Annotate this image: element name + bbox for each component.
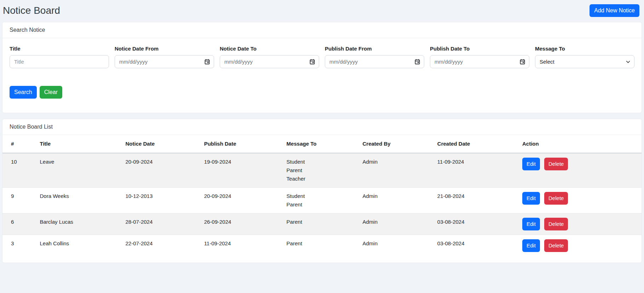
- calendar-icon[interactable]: [414, 59, 420, 65]
- cell-message-to: Parent: [284, 213, 360, 235]
- publish-date-from-label: Publish Date From: [325, 45, 424, 52]
- cell-notice-date: 28-07-2024: [123, 213, 201, 235]
- clear-button[interactable]: Clear: [40, 86, 62, 99]
- calendar-icon[interactable]: [204, 59, 210, 65]
- edit-button[interactable]: Edit: [522, 218, 540, 230]
- calendar-icon[interactable]: [519, 59, 525, 65]
- table-row: 6 Barclay Lucas 28-07-2024 26-09-2024 Pa…: [2, 213, 642, 235]
- field-publish-date-to: Publish Date To: [430, 45, 529, 68]
- notice-date-to-label: Notice Date To: [220, 45, 319, 52]
- cell-action: Edit Delete: [519, 213, 642, 235]
- table-row: 9 Dora Weeks 10-12-2013 20-09-2024 Stude…: [2, 188, 642, 213]
- cell-action: Edit Delete: [519, 188, 642, 213]
- publish-date-to-input[interactable]: [430, 55, 529, 68]
- cell-created-by: Admin: [360, 153, 435, 188]
- search-button[interactable]: Search: [10, 86, 37, 99]
- notice-date-to-input[interactable]: [220, 55, 319, 68]
- delete-button[interactable]: Delete: [544, 239, 568, 252]
- message-to-item: Student: [287, 192, 357, 200]
- page-header: Notice Board Add New Notice: [0, 0, 644, 22]
- cell-title: Leave: [37, 153, 123, 188]
- edit-button[interactable]: Edit: [522, 192, 540, 205]
- cell-notice-date: 10-12-2013: [123, 188, 201, 213]
- col-header-action: Action: [519, 135, 642, 153]
- table-row: 10 Leave 20-09-2024 19-09-2024 Student P…: [2, 153, 642, 188]
- cell-notice-date: 22-07-2024: [123, 235, 201, 257]
- field-notice-date-to: Notice Date To: [220, 45, 319, 68]
- search-actions: Search Clear: [10, 86, 634, 99]
- cell-created-by: Admin: [360, 188, 435, 213]
- cell-publish-date: 19-09-2024: [201, 153, 284, 188]
- publish-date-to-label: Publish Date To: [430, 45, 529, 52]
- notice-date-from-input[interactable]: [115, 55, 214, 68]
- cell-id: 9: [2, 188, 37, 213]
- cell-publish-date: 26-09-2024: [201, 213, 284, 235]
- calendar-icon[interactable]: [309, 59, 315, 65]
- publish-date-from-input[interactable]: [325, 55, 424, 68]
- cell-id: 10: [2, 153, 37, 188]
- notice-table: # Title Notice Date Publish Date Message…: [2, 135, 642, 256]
- table-row: 3 Leah Collins 22-07-2024 11-09-2024 Par…: [2, 235, 642, 257]
- col-header-notice-date: Notice Date: [123, 135, 201, 153]
- field-notice-date-from: Notice Date From: [115, 45, 214, 68]
- message-to-item: Parent: [287, 200, 357, 209]
- cell-created-date: 11-09-2024: [435, 153, 519, 188]
- cell-title: Dora Weeks: [37, 188, 123, 213]
- field-title: Title: [10, 45, 109, 68]
- card-bottom-spacer: [2, 256, 642, 263]
- cell-title: Barclay Lucas: [37, 213, 123, 235]
- col-header-created-by: Created By: [360, 135, 435, 153]
- field-publish-date-from: Publish Date From: [325, 45, 424, 68]
- message-to-item: Parent: [287, 166, 357, 175]
- delete-button[interactable]: Delete: [544, 158, 568, 170]
- title-input[interactable]: [10, 55, 109, 68]
- col-header-created-date: Created Date: [435, 135, 519, 153]
- list-card-header: Notice Board List: [2, 119, 642, 135]
- cell-publish-date: 11-09-2024: [201, 235, 284, 257]
- cell-id: 3: [2, 235, 37, 257]
- message-to-item: Parent: [287, 218, 357, 226]
- col-header-title: Title: [37, 135, 123, 153]
- search-card-body: Title Notice Date From Notice Date To: [2, 38, 642, 113]
- title-label: Title: [10, 45, 109, 52]
- message-to-select[interactable]: Select: [535, 55, 634, 68]
- edit-button[interactable]: Edit: [522, 239, 540, 252]
- cell-message-to: Student Parent: [284, 188, 360, 213]
- cell-title: Leah Collins: [37, 235, 123, 257]
- cell-created-date: 21-08-2024: [435, 188, 519, 213]
- cell-id: 6: [2, 213, 37, 235]
- delete-button[interactable]: Delete: [544, 218, 568, 230]
- col-header-id: #: [2, 135, 37, 153]
- notice-date-from-label: Notice Date From: [115, 45, 214, 52]
- cell-action: Edit Delete: [519, 235, 642, 257]
- notice-board-list-card: Notice Board List # Title Notice Date Pu…: [2, 119, 642, 263]
- message-to-item: Teacher: [287, 175, 357, 183]
- page-title: Notice Board: [3, 5, 60, 17]
- cell-message-to: Student Parent Teacher: [284, 153, 360, 188]
- cell-created-by: Admin: [360, 235, 435, 257]
- edit-button[interactable]: Edit: [522, 158, 540, 170]
- search-form: Title Notice Date From Notice Date To: [10, 45, 634, 68]
- col-header-message-to: Message To: [284, 135, 360, 153]
- add-new-notice-button[interactable]: Add New Notice: [590, 4, 639, 17]
- search-card-header: Search Notice: [2, 22, 642, 38]
- cell-message-to: Parent: [284, 235, 360, 257]
- search-notice-card: Search Notice Title Notice Date From: [2, 22, 642, 113]
- cell-action: Edit Delete: [519, 153, 642, 188]
- col-header-publish-date: Publish Date: [201, 135, 284, 153]
- delete-button[interactable]: Delete: [544, 192, 568, 205]
- cell-created-by: Admin: [360, 213, 435, 235]
- cell-created-date: 03-08-2024: [435, 235, 519, 257]
- field-message-to: Message To Select: [535, 45, 634, 68]
- cell-created-date: 03-08-2024: [435, 213, 519, 235]
- message-to-item: Parent: [287, 239, 357, 248]
- message-to-label: Message To: [535, 45, 634, 52]
- table-header-row: # Title Notice Date Publish Date Message…: [2, 135, 642, 153]
- message-to-item: Student: [287, 158, 357, 166]
- cell-publish-date: 20-09-2024: [201, 188, 284, 213]
- cell-notice-date: 20-09-2024: [123, 153, 201, 188]
